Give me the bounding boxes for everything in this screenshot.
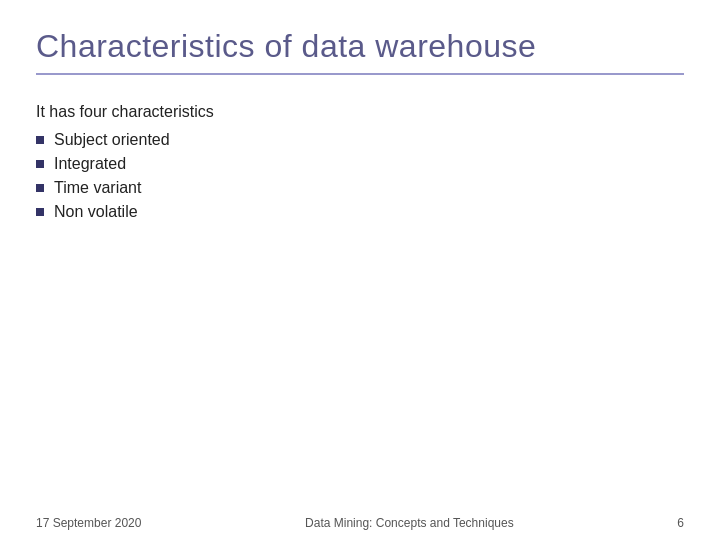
slide-title: Characteristics of data warehouse <box>36 28 684 65</box>
bullet-icon <box>36 208 44 216</box>
bullet-text: Subject oriented <box>54 131 170 149</box>
slide-footer: 17 September 2020 Data Mining: Concepts … <box>0 508 720 540</box>
list-item: Subject oriented <box>36 131 684 149</box>
bullet-text: Time variant <box>54 179 141 197</box>
intro-text: It has four characteristics <box>36 103 684 121</box>
slide-content: It has four characteristics Subject orie… <box>0 85 720 508</box>
slide-header: Characteristics of data warehouse <box>0 0 720 85</box>
bullet-icon <box>36 160 44 168</box>
footer-page: 6 <box>677 516 684 530</box>
list-item: Time variant <box>36 179 684 197</box>
footer-date: 17 September 2020 <box>36 516 141 530</box>
footer-subtitle: Data Mining: Concepts and Techniques <box>305 516 514 530</box>
bullet-text: Integrated <box>54 155 126 173</box>
bullet-icon <box>36 136 44 144</box>
bullet-list: Subject oriented Integrated Time variant… <box>36 131 684 221</box>
bullet-icon <box>36 184 44 192</box>
list-item: Integrated <box>36 155 684 173</box>
slide: Characteristics of data warehouse It has… <box>0 0 720 540</box>
list-item: Non volatile <box>36 203 684 221</box>
bullet-text: Non volatile <box>54 203 138 221</box>
title-divider <box>36 73 684 75</box>
